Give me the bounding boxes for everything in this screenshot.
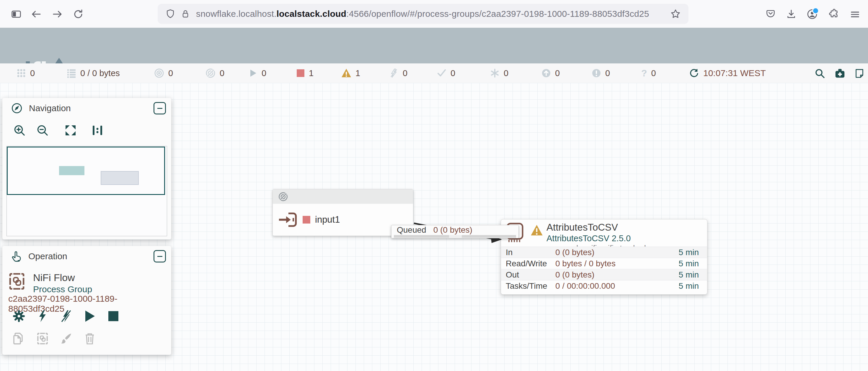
active-threads-icon bbox=[17, 68, 26, 78]
status-transmitting: 0 bbox=[154, 63, 173, 83]
status-stale: 0 bbox=[541, 63, 560, 83]
group-icon[interactable] bbox=[36, 332, 49, 345]
back-icon[interactable] bbox=[31, 8, 42, 20]
status-invalid: 1 bbox=[341, 63, 360, 83]
queued-text: Queued bbox=[397, 225, 426, 235]
last-refresh-time: 10:07:31 WEST bbox=[703, 68, 766, 78]
account-badge bbox=[812, 7, 819, 14]
delete-trash-icon[interactable] bbox=[83, 332, 96, 345]
hand-pointer-icon bbox=[11, 250, 22, 262]
forward-icon[interactable] bbox=[52, 8, 63, 20]
not-transmitting-icon bbox=[206, 68, 216, 78]
status-not-transmitting: 0 bbox=[206, 63, 224, 83]
status-queued: 0 / 0 bytes bbox=[67, 63, 120, 83]
downloads-icon[interactable] bbox=[786, 8, 797, 19]
processor-name: AttributesToCSV bbox=[547, 222, 659, 233]
nifi-header: nifi bbox=[0, 28, 868, 63]
pocket-icon[interactable] bbox=[765, 8, 776, 19]
configuration-gear-icon[interactable] bbox=[12, 310, 25, 323]
operation-title: Operation bbox=[28, 251, 67, 261]
status-disabled: 0 bbox=[389, 63, 407, 83]
operation-panel: Operation NiFi Flow Process Group c2aa23… bbox=[2, 246, 171, 355]
stat-row-out: Out0 (0 bytes)5 min bbox=[501, 269, 707, 280]
processor-stats-table: In0 (0 bytes)5 min Read/Write0 bytes / 0… bbox=[501, 246, 707, 291]
refresh-icon[interactable] bbox=[689, 68, 699, 78]
running-icon bbox=[249, 69, 257, 77]
status-up-to-date: 0 bbox=[437, 63, 455, 83]
birdseye-map[interactable] bbox=[6, 146, 167, 236]
processor-component[interactable]: AttributesToCSV AttributesToCSV 2.5.0 or… bbox=[501, 219, 707, 295]
flow-canvas[interactable]: input1 AttributesToCSV AttributesToCSV 2… bbox=[0, 83, 868, 371]
stale-icon bbox=[541, 68, 551, 78]
copy-icon[interactable] bbox=[12, 332, 25, 345]
navigation-title: Navigation bbox=[29, 103, 71, 113]
navigation-panel: Navigation bbox=[2, 98, 171, 239]
lock-icon[interactable] bbox=[181, 9, 190, 19]
stat-row-in: In0 (0 bytes)5 min bbox=[501, 246, 707, 258]
url-text[interactable]: snowflake.localhost.localstack.cloud:456… bbox=[196, 9, 649, 19]
up-to-date-icon bbox=[437, 68, 446, 78]
collapse-navigation-icon[interactable] bbox=[154, 102, 166, 114]
zoom-fit-icon[interactable] bbox=[64, 124, 77, 137]
stop-icon[interactable] bbox=[107, 310, 120, 323]
process-group-icon bbox=[8, 271, 25, 295]
queued-value: 0 (0 bytes) bbox=[433, 225, 472, 235]
shield-icon[interactable] bbox=[165, 9, 175, 19]
queued-icon bbox=[67, 68, 76, 78]
transmitting-icon bbox=[154, 68, 164, 78]
port-name: input1 bbox=[315, 214, 340, 225]
invalid-icon bbox=[341, 68, 351, 78]
enable-lightning-icon[interactable] bbox=[36, 310, 49, 323]
zoom-actual-size-icon[interactable] bbox=[92, 124, 103, 137]
selected-flow-type: Process Group bbox=[33, 284, 92, 295]
stopped-status-icon bbox=[303, 216, 310, 224]
selected-flow-name: NiFi Flow bbox=[33, 271, 92, 284]
status-locally-modified-stale: 0 bbox=[592, 63, 610, 83]
birdseye-input-port bbox=[59, 166, 85, 175]
collapse-operation-icon[interactable] bbox=[154, 250, 166, 263]
disable-lightning-icon[interactable] bbox=[60, 310, 73, 323]
browser-menu-icon[interactable] bbox=[850, 9, 860, 20]
not-transmitting-icon bbox=[278, 192, 288, 202]
status-locally-modified: 0 bbox=[490, 63, 508, 83]
zoom-in-icon[interactable] bbox=[13, 124, 26, 137]
birdseye-processor bbox=[101, 171, 139, 185]
status-active-threads: 0 bbox=[17, 63, 35, 83]
extensions-puzzle-icon[interactable] bbox=[829, 8, 839, 19]
stat-row-tasks: Tasks/Time0 / 00:00:00.0005 min bbox=[501, 280, 707, 291]
url-bar[interactable]: snowflake.localhost.localstack.cloud:456… bbox=[158, 4, 688, 24]
stat-row-readwrite: Read/Write0 bytes / 0 bytes5 min bbox=[501, 258, 707, 269]
bulletin-board-icon[interactable] bbox=[854, 68, 865, 79]
search-icon[interactable] bbox=[814, 68, 826, 79]
reload-icon[interactable] bbox=[73, 8, 84, 20]
refresh-group[interactable]: 10:07:31 WEST bbox=[689, 63, 766, 83]
sync-failure-icon: ? bbox=[641, 68, 647, 78]
input-port-icon bbox=[278, 212, 298, 228]
status-sync-failure: ? 0 bbox=[641, 63, 656, 83]
sidebar-toggle-icon[interactable] bbox=[11, 8, 22, 20]
flow-status-bar: 0 0 / 0 bytes 0 0 0 1 1 0 0 0 0 0 bbox=[0, 63, 868, 83]
zoom-out-icon[interactable] bbox=[36, 124, 49, 137]
processor-type: AttributesToCSV 2.5.0 bbox=[547, 233, 659, 243]
disabled-icon bbox=[389, 68, 399, 78]
locally-modified-stale-icon bbox=[592, 68, 601, 78]
stopped-icon bbox=[297, 69, 305, 77]
locally-modified-icon bbox=[490, 68, 500, 78]
birdseye-viewport[interactable] bbox=[7, 146, 165, 195]
queue-progress-size bbox=[462, 235, 516, 238]
status-stopped: 1 bbox=[297, 63, 314, 83]
compass-icon bbox=[11, 103, 23, 114]
color-brush-icon[interactable] bbox=[60, 332, 73, 345]
browser-toolbar: snowflake.localhost.localstack.cloud:456… bbox=[0, 0, 868, 28]
queue-progress-count bbox=[394, 235, 449, 238]
account-icon[interactable] bbox=[807, 8, 818, 20]
status-running: 0 bbox=[249, 63, 266, 83]
bookmark-star-icon[interactable] bbox=[670, 8, 681, 19]
flow-analysis-icon[interactable] bbox=[834, 68, 845, 79]
start-icon[interactable] bbox=[83, 310, 96, 323]
input-port-run-status-strip bbox=[273, 189, 413, 204]
connection-queued-label[interactable]: Queued 0 (0 bytes) bbox=[391, 225, 519, 238]
